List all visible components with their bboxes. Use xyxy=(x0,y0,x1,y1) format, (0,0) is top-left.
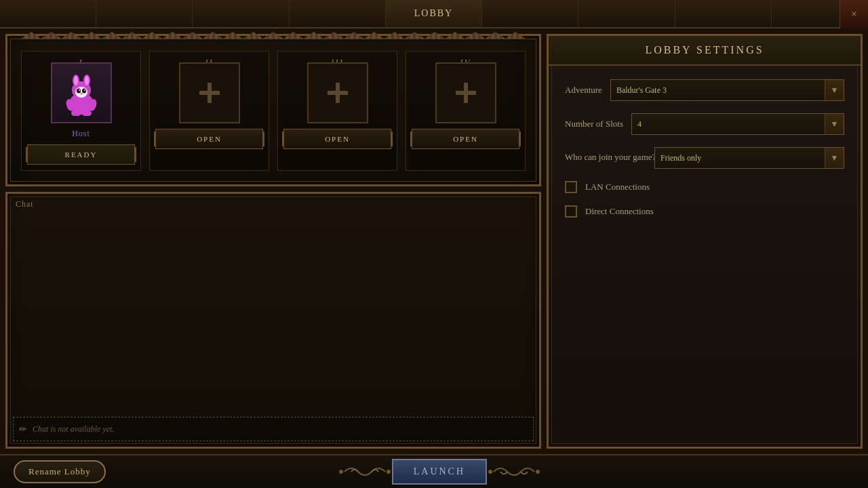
svg-rect-21 xyxy=(456,91,476,95)
tab-lobby[interactable]: Lobby xyxy=(386,0,482,27)
slots-row: Number of Slots 4 ▼ xyxy=(565,113,844,135)
join-label: Who can join your game? xyxy=(565,147,646,163)
svg-point-8 xyxy=(82,89,86,94)
tab-bar: Lobby xyxy=(0,0,868,27)
chat-messages xyxy=(7,212,539,411)
chat-area: Chat ✏ Chat is not available yet. xyxy=(5,192,541,449)
slot-avatar-2 xyxy=(179,62,240,123)
tab-1[interactable] xyxy=(0,0,96,27)
adventure-select[interactable]: Baldur's Gate 3 ▼ xyxy=(610,79,844,101)
tab-4[interactable] xyxy=(290,0,386,27)
svg-point-25 xyxy=(536,470,540,474)
wavy-border-top xyxy=(21,32,526,39)
svg-point-24 xyxy=(488,470,492,474)
tab-8[interactable] xyxy=(675,0,772,27)
slot-avatar-4 xyxy=(435,62,496,123)
character-avatar xyxy=(61,70,102,116)
lobby-settings-panel: Lobby Settings Adventure Baldur's Gate 3… xyxy=(547,34,863,449)
chat-input-area[interactable]: ✏ Chat is not available yet. xyxy=(13,417,534,441)
settings-title: Lobby Settings xyxy=(645,44,764,56)
slot-3-button[interactable]: OPEN xyxy=(283,129,391,149)
top-bar: Lobby × xyxy=(0,0,868,28)
direct-row: Direct Connections xyxy=(565,205,844,218)
svg-point-7 xyxy=(77,89,81,94)
bottom-bar: Rename Lobby LAUNCH xyxy=(0,454,868,488)
join-value: Friends only xyxy=(660,153,723,163)
slot-1-button[interactable]: READY xyxy=(27,144,135,165)
settings-body: Adventure Baldur's Gate 3 ▼ Number of Sl… xyxy=(549,66,861,231)
slots-value: 4 xyxy=(637,119,663,129)
player-slot-1: I xyxy=(21,51,141,171)
settings-header: Lobby Settings xyxy=(549,36,861,66)
svg-point-4 xyxy=(74,76,78,85)
right-ornament-icon xyxy=(487,462,541,482)
launch-button[interactable]: LAUNCH xyxy=(392,459,487,485)
svg-rect-19 xyxy=(328,91,348,95)
tab-7[interactable] xyxy=(578,0,675,27)
svg-point-9 xyxy=(79,89,80,91)
add-player-icon-3 xyxy=(324,79,351,106)
slot-avatar-3 xyxy=(307,62,368,123)
svg-point-5 xyxy=(85,76,89,85)
slot-2-button[interactable]: OPEN xyxy=(155,129,263,149)
bottom-center: LAUNCH xyxy=(338,459,541,485)
svg-point-10 xyxy=(84,89,85,91)
svg-point-11 xyxy=(80,93,83,95)
add-icon-4 xyxy=(452,79,479,106)
pencil-icon: ✏ xyxy=(19,424,27,435)
avatar-inner-1 xyxy=(58,69,105,117)
decorative-right xyxy=(487,462,541,482)
add-player-icon-4 xyxy=(452,79,479,106)
left-ornament-icon xyxy=(338,462,392,482)
adventure-dropdown-arrow: ▼ xyxy=(825,80,844,100)
join-row: Who can join your game? Friends only ▼ xyxy=(565,147,844,169)
tab-6[interactable] xyxy=(482,0,578,27)
left-panel: I xyxy=(5,34,541,449)
chat-placeholder: Chat is not available yet. xyxy=(33,424,114,434)
slots-label: Number of Slots xyxy=(565,119,623,129)
decorative-left xyxy=(338,462,392,482)
join-select[interactable]: Friends only ▼ xyxy=(654,147,844,169)
adventure-row: Adventure Baldur's Gate 3 ▼ xyxy=(565,79,844,101)
slot-4-button[interactable]: OPEN xyxy=(412,129,519,149)
add-icon-3 xyxy=(324,79,351,106)
tab-lobby-label: Lobby xyxy=(414,8,453,19)
player-slot-3: III OPEN xyxy=(277,51,397,171)
direct-checkbox[interactable] xyxy=(565,205,577,218)
player-1-label: Host xyxy=(72,129,90,139)
direct-label: Direct Connections xyxy=(585,206,654,217)
rename-lobby-button[interactable]: Rename Lobby xyxy=(14,460,106,483)
adventure-label: Adventure xyxy=(565,85,602,96)
slots-select[interactable]: 4 ▼ xyxy=(631,113,844,135)
slot-avatar-1 xyxy=(51,62,112,123)
lan-label: LAN Connections xyxy=(585,182,650,192)
players-grid: I xyxy=(16,44,531,176)
svg-point-23 xyxy=(387,470,391,474)
close-button[interactable]: × xyxy=(840,0,868,28)
slots-dropdown-arrow: ▼ xyxy=(825,114,844,134)
main-content: I xyxy=(0,28,868,454)
add-icon-2 xyxy=(196,79,223,106)
lan-checkbox[interactable] xyxy=(565,181,577,193)
tab-3[interactable] xyxy=(193,0,289,27)
lan-row: LAN Connections xyxy=(565,181,844,193)
player-slot-2: II OPEN xyxy=(149,51,269,171)
player-area: I xyxy=(5,34,541,186)
svg-rect-17 xyxy=(199,91,220,95)
chat-header: Chat xyxy=(7,194,539,212)
adventure-value: Baldur's Gate 3 xyxy=(616,85,688,96)
player-slot-4: IV OPEN xyxy=(406,51,526,171)
join-dropdown-arrow: ▼ xyxy=(825,148,844,168)
tab-2[interactable] xyxy=(96,0,193,27)
add-player-icon-2 xyxy=(196,79,223,106)
svg-point-22 xyxy=(339,470,343,474)
